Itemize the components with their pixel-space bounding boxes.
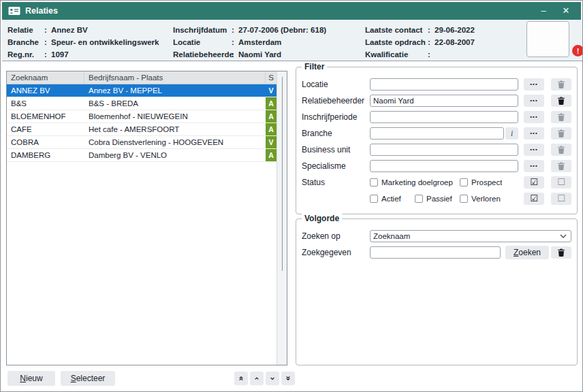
relatiebeheerder-lookup-button[interactable]: ••• bbox=[524, 95, 544, 107]
relatiebeheerder-clear-button[interactable] bbox=[551, 95, 571, 107]
marketing-doelgroep-checkbox[interactable] bbox=[370, 178, 378, 186]
clear-all-status-button[interactable]: ☐ bbox=[551, 176, 571, 189]
titlebar: Relaties – ✕ bbox=[2, 2, 581, 20]
status-cell: A bbox=[266, 149, 277, 161]
inschrijfperiode-input[interactable] bbox=[370, 111, 518, 123]
locatie-input[interactable] bbox=[370, 78, 518, 91]
inschrijfperiode-clear-button[interactable] bbox=[551, 111, 571, 123]
locatie-clear-button[interactable] bbox=[551, 78, 571, 91]
trash-icon bbox=[556, 145, 566, 154]
branche-input[interactable] bbox=[370, 127, 504, 140]
table-row[interactable]: CAFE Het cafe - AMERSFOORT A bbox=[7, 123, 277, 136]
ellipsis-icon: ••• bbox=[530, 163, 537, 169]
window-title: Relaties bbox=[25, 6, 530, 16]
passief-checkbox[interactable] bbox=[415, 195, 423, 203]
alert-badge[interactable]: ! bbox=[572, 45, 583, 56]
status-option-marketing-doelgroep: Marketing doelgroep bbox=[370, 178, 460, 186]
zoeken-op-select[interactable]: Zoeknaam bbox=[370, 230, 571, 242]
table-row[interactable]: BLOEMENHOF Bloemenhof - NIEUWEGEIN A bbox=[7, 110, 277, 123]
ellipsis-icon: ••• bbox=[530, 114, 537, 120]
table-row[interactable]: DAMBERG Damberg BV - VENLO A bbox=[7, 149, 277, 162]
filter-row-business-unit: Business unit ••• bbox=[302, 143, 571, 156]
chevron-down-icon bbox=[270, 374, 275, 382]
branche-clear-button[interactable] bbox=[551, 127, 571, 140]
select-all-status-button[interactable]: ☑ bbox=[524, 193, 544, 205]
header-field-inschrijfdatum: Inschrijfdatum:27-07-2006 (Debnr: 618) bbox=[173, 24, 326, 36]
branche-info-button[interactable]: i bbox=[505, 127, 518, 140]
table-row[interactable]: ANNEZ BV Annez BV - MEPPEL V bbox=[7, 84, 277, 97]
chevrons-down-icon bbox=[285, 374, 291, 382]
chevron-up-icon bbox=[254, 374, 259, 382]
scrollbar-thumb[interactable] bbox=[282, 77, 283, 271]
relaties-window: Relaties – ✕ Relatie:Annez BV Branche:Sp… bbox=[0, 0, 583, 392]
filter-groupbox: Filter Locatie ••• Relatiebeheerder ••• … bbox=[296, 67, 578, 214]
status-cell: A bbox=[266, 110, 277, 122]
specialisme-lookup-button[interactable]: ••• bbox=[524, 160, 544, 172]
photo-placeholder bbox=[526, 21, 569, 57]
specialisme-input[interactable] bbox=[370, 160, 518, 172]
scroll-down-button[interactable] bbox=[266, 372, 279, 385]
checked-box-icon: ☑ bbox=[530, 177, 538, 187]
table-row[interactable]: B&S B&S - BREDA A bbox=[7, 97, 277, 110]
minimize-button[interactable]: – bbox=[535, 2, 552, 20]
header-field-regnr: Reg.nr.:1097 bbox=[7, 48, 159, 61]
scroll-first-button[interactable] bbox=[234, 372, 248, 385]
unchecked-box-icon: ☐ bbox=[557, 193, 565, 203]
checked-box-icon: ☑ bbox=[530, 193, 538, 203]
zoekgegeven-clear-button[interactable] bbox=[551, 246, 571, 259]
branche-lookup-button[interactable]: ••• bbox=[524, 127, 544, 140]
zoekgegeven-input[interactable] bbox=[370, 246, 501, 259]
inschrijfperiode-lookup-button[interactable]: ••• bbox=[524, 111, 544, 123]
header-field-locatie: Locatie:Amsterdam bbox=[173, 36, 326, 48]
select-all-status-button[interactable]: ☑ bbox=[524, 176, 544, 189]
contacts-icon bbox=[8, 6, 20, 16]
business-unit-lookup-button[interactable]: ••• bbox=[524, 144, 544, 156]
close-button[interactable]: ✕ bbox=[557, 2, 575, 20]
prospect-checkbox[interactable] bbox=[460, 178, 468, 186]
header-field-relatie: Relatie:Annez BV bbox=[7, 24, 159, 36]
vertical-scrollbar[interactable] bbox=[277, 71, 287, 365]
relations-list: Zoeknaam Bedrijfsnaam - Plaats S ANNEZ B… bbox=[6, 71, 287, 365]
business-unit-clear-button[interactable] bbox=[551, 144, 571, 156]
business-unit-input[interactable] bbox=[370, 144, 518, 156]
actief-checkbox[interactable] bbox=[370, 195, 378, 203]
filter-row-locatie: Locatie ••• bbox=[302, 78, 571, 91]
verloren-checkbox[interactable] bbox=[460, 195, 468, 203]
scroll-last-button[interactable] bbox=[281, 372, 295, 385]
specialisme-clear-button[interactable] bbox=[551, 160, 571, 172]
volgorde-groupbox: Volgorde Zoeken op Zoeknaam Zoekgegeven … bbox=[296, 218, 578, 365]
filter-row-inschrijfperiode: Inschrijfperiode ••• bbox=[302, 110, 571, 123]
table-header-row: Zoeknaam Bedrijfsnaam - Plaats S bbox=[7, 71, 277, 84]
status-row-2: Actief Passief Verloren ☑ ☐ bbox=[302, 192, 571, 205]
relations-table: Zoeknaam Bedrijfsnaam - Plaats S ANNEZ B… bbox=[7, 71, 277, 365]
trash-icon bbox=[556, 80, 566, 89]
status-option-passief: Passief bbox=[415, 195, 460, 203]
ellipsis-icon: ••• bbox=[530, 130, 537, 136]
header-field-laatste-contact: Laatste contact:29-06-2022 bbox=[365, 24, 475, 36]
ellipsis-icon: ••• bbox=[530, 97, 537, 103]
locatie-lookup-button[interactable]: ••• bbox=[524, 78, 544, 91]
header-field-relatiebeheerder: Relatiebeheerde:Naomi Yard bbox=[173, 48, 326, 61]
zoeken-op-row: Zoeken op Zoeknaam bbox=[302, 229, 571, 242]
selecteer-button[interactable]: Selecteer bbox=[61, 371, 115, 386]
table-row[interactable]: COBRA Cobra Dienstverlening - HOOGEVEEN … bbox=[7, 136, 277, 149]
header-field-kwalificatie: Kwalificatie: bbox=[365, 48, 475, 61]
zoeken-button[interactable]: Zoeken bbox=[505, 246, 549, 259]
header-column-3: Laatste contact:29-06-2022 Laatste opdra… bbox=[365, 24, 475, 61]
column-header-bedrijfsnaam[interactable]: Bedrijfsnaam - Plaats bbox=[84, 71, 266, 84]
record-header: Relatie:Annez BV Branche:Speur- en ontwi… bbox=[2, 20, 582, 61]
chevrons-up-icon bbox=[238, 374, 244, 382]
relatiebeheerder-input[interactable] bbox=[370, 95, 518, 107]
nieuw-button[interactable]: Nieuw bbox=[7, 371, 55, 386]
volgorde-legend: Volgorde bbox=[302, 214, 342, 223]
column-header-status[interactable]: S bbox=[266, 74, 277, 82]
status-option-actief: Actief bbox=[370, 195, 415, 203]
scroll-up-button[interactable] bbox=[250, 372, 264, 385]
header-column-1: Relatie:Annez BV Branche:Speur- en ontwi… bbox=[7, 24, 159, 61]
clear-all-status-button[interactable]: ☐ bbox=[551, 193, 571, 205]
header-field-branche: Branche:Speur- en ontwikkelingswerk bbox=[7, 36, 159, 48]
column-header-zoeknaam[interactable]: Zoeknaam bbox=[7, 71, 84, 84]
status-row-1: Status Marketing doelgroep Prospect ☑ ☐ bbox=[302, 176, 571, 189]
trash-icon bbox=[556, 129, 566, 138]
status-cell: A bbox=[266, 123, 277, 135]
